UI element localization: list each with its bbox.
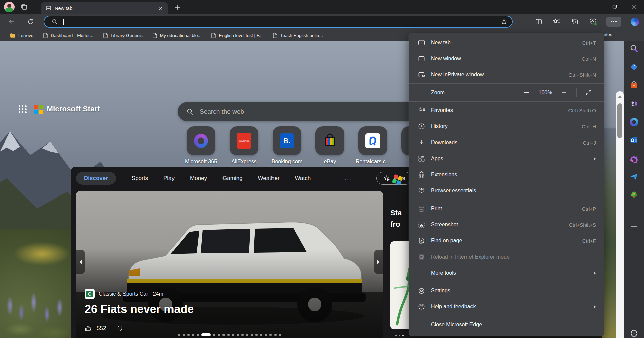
sidebar-bottom-divider xyxy=(629,323,639,323)
sidebar-divider xyxy=(629,209,639,209)
bookmark-educational-blog[interactable]: My educational blo... xyxy=(149,31,206,39)
carousel-dots[interactable] xyxy=(76,333,383,336)
favorites-icon xyxy=(418,107,425,114)
page-scrollbar[interactable] xyxy=(616,91,624,338)
menu-separator xyxy=(409,316,604,316)
menu-item-help-and-feedback[interactable]: Help and feedback xyxy=(409,299,604,315)
microsoft-start-logo[interactable]: Microsoft Start xyxy=(34,105,100,114)
sidebar-customize-button[interactable] xyxy=(628,221,640,232)
tab-watch[interactable]: Watch xyxy=(295,175,311,182)
menu-item-new-window[interactable]: New window Ctrl+N xyxy=(409,51,604,67)
menu-item-history[interactable]: History Ctrl+H xyxy=(409,118,604,134)
quick-link-ebay[interactable]: eBay xyxy=(315,126,344,165)
bookmark-label: Library Genesis xyxy=(111,33,143,38)
favorites-icon[interactable] xyxy=(552,17,561,26)
fullscreen-button[interactable] xyxy=(581,87,596,98)
bookmarks-overflow-label[interactable]: rites xyxy=(604,32,612,37)
profile-avatar[interactable] xyxy=(4,2,15,12)
menu-item-favorites[interactable]: Favorites Ctrl+Shift+O xyxy=(409,102,604,118)
downloads-icon xyxy=(418,139,425,146)
article-headline[interactable]: 26 Fiats never made xyxy=(85,302,194,316)
favorite-this-page-icon[interactable] xyxy=(501,18,507,25)
menu-item-screenshot[interactable]: Screenshot Ctrl+Shift+S xyxy=(409,217,604,233)
hero-news-card[interactable]: C Classic & Sports Car · 24m 26 Fiats ne… xyxy=(76,191,383,338)
essentials-status-dot xyxy=(594,23,597,26)
scrollbar-up-arrow[interactable] xyxy=(618,95,622,98)
tab-new-tab[interactable]: New tab xyxy=(41,2,168,14)
bookmark-folder-lenovo[interactable]: Lenovo xyxy=(6,32,37,39)
sidebar-settings-icon[interactable] xyxy=(628,328,640,338)
bookmark-dashboard[interactable]: Dashboard - Flutter... xyxy=(39,31,97,39)
carousel-next-arrow[interactable] xyxy=(374,250,383,274)
sidebar-games-icon[interactable] xyxy=(628,99,640,109)
refresh-icon[interactable] xyxy=(25,16,36,27)
sidebar-drop-icon[interactable] xyxy=(628,172,640,182)
minimize-button[interactable] xyxy=(586,0,605,14)
menu-item-reload-ie-mode: Reload in Internet Explorer mode xyxy=(409,249,604,265)
settings-and-more-button[interactable] xyxy=(606,17,621,27)
close-window-button[interactable] xyxy=(625,0,644,14)
quick-link-rentalcars[interactable]: Rentalcars.c... xyxy=(358,126,387,165)
menu-item-apps[interactable]: Apps xyxy=(409,151,604,167)
tab-gaming[interactable]: Gaming xyxy=(222,175,243,182)
sidebar-outlook-icon[interactable] xyxy=(628,135,640,146)
menu-item-browser-essentials[interactable]: Browser essentials xyxy=(409,183,604,199)
menu-item-settings[interactable]: Settings xyxy=(409,283,604,299)
quick-link-aliexpress[interactable]: AliExpress AliExpress xyxy=(230,126,258,165)
bookmark-library-genesis[interactable]: Library Genesis xyxy=(99,31,147,39)
tab-play[interactable]: Play xyxy=(163,175,175,182)
tab-close-icon[interactable] xyxy=(157,5,164,12)
web-search-box[interactable]: Search the web xyxy=(178,102,437,121)
tab-weather[interactable]: Weather xyxy=(258,175,280,182)
feed-tabs-more-icon[interactable]: ... xyxy=(345,175,351,181)
menu-item-extensions[interactable]: Extensions xyxy=(409,167,604,183)
tab-actions-icon[interactable] xyxy=(20,3,29,11)
back-icon[interactable] xyxy=(6,16,17,27)
menu-item-new-inprivate-window[interactable]: New InPrivate window Ctrl+Shift+N xyxy=(409,67,604,83)
sidebar-tree-icon[interactable] xyxy=(628,190,640,201)
background-lupines xyxy=(0,276,81,338)
sidebar-search-icon[interactable] xyxy=(628,44,640,54)
zoom-out-button[interactable] xyxy=(519,87,534,98)
tab-sports[interactable]: Sports xyxy=(132,175,148,182)
copilot-icon[interactable] xyxy=(630,17,639,26)
menu-item-close-microsoft-edge[interactable]: Close Microsoft Edge xyxy=(409,317,604,333)
menu-item-more-tools[interactable]: More tools xyxy=(409,265,604,281)
carousel-prev-arrow[interactable] xyxy=(76,250,85,274)
bookmark-label: Teach English onlin... xyxy=(280,33,323,38)
sidebar-tools-icon[interactable] xyxy=(628,80,640,91)
sidebar-designer-icon[interactable] xyxy=(628,153,640,164)
menu-item-new-tab[interactable]: New tab Ctrl+T xyxy=(409,35,604,51)
side-carousel-dots[interactable] xyxy=(395,335,404,336)
screenshot-icon xyxy=(418,221,425,228)
inprivate-icon xyxy=(418,71,425,78)
bookmark-teach-english-online[interactable]: Teach English onlin... xyxy=(269,31,327,39)
scrollbar-thumb[interactable] xyxy=(617,103,622,138)
menu-item-print[interactable]: Print Ctrl+P xyxy=(409,201,604,217)
find-on-page-icon xyxy=(418,237,425,244)
thumbs-down-icon[interactable] xyxy=(117,325,124,332)
bookmark-english-level-test[interactable]: English level test | F... xyxy=(207,31,266,39)
quick-link-booking[interactable]: B. Booking.com xyxy=(273,126,301,165)
settings-gear-icon xyxy=(418,287,425,294)
thumbs-up-icon[interactable] xyxy=(85,325,92,332)
tab-discover[interactable]: Discover xyxy=(76,172,116,185)
extensions-icon xyxy=(418,171,425,178)
zoom-in-button[interactable] xyxy=(557,87,572,98)
browser-essentials-icon[interactable] xyxy=(588,17,598,26)
app-launcher-icon[interactable] xyxy=(19,105,27,113)
tab-money[interactable]: Money xyxy=(190,175,207,182)
address-bar[interactable] xyxy=(44,16,513,28)
sidebar-shopping-icon[interactable] xyxy=(628,62,640,72)
internet-explorer-icon xyxy=(418,253,425,261)
new-tab-button[interactable] xyxy=(172,3,182,12)
menu-item-downloads[interactable]: Downloads Ctrl+J xyxy=(409,134,604,151)
menu-separator xyxy=(409,282,604,282)
menu-item-find-on-page[interactable]: Find on page Ctrl+F xyxy=(409,233,604,249)
history-icon xyxy=(418,123,425,130)
quick-link-microsoft-365[interactable]: Microsoft 365 xyxy=(187,126,215,165)
split-screen-icon[interactable] xyxy=(534,17,543,26)
sidebar-microsoft-365-icon[interactable] xyxy=(628,117,640,127)
collections-icon[interactable] xyxy=(570,17,580,26)
restore-button[interactable] xyxy=(605,0,625,14)
